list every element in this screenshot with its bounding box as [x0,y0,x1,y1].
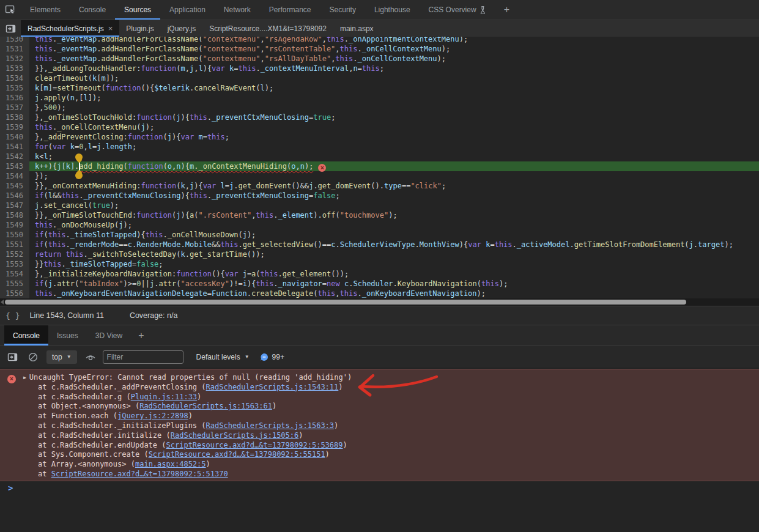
stack-frame-link[interactable]: jQuery.js:2:2898 [117,412,188,420]
line-number[interactable]: 1536 [0,93,29,103]
file-tab-jquery-js[interactable]: jQuery.js [161,20,202,37]
scroll-left-arrow-icon[interactable] [1,300,4,305]
line-number[interactable]: 1538 [0,113,29,122]
code-line: 1542k<l; [0,152,759,161]
code-text: j.set_cancel(true); [29,201,759,210]
file-tab-plugin-js[interactable]: Plugin.js [119,20,160,37]
panel-tab-application[interactable]: Application [160,0,215,20]
line-number[interactable]: 1552 [0,249,29,259]
panel-tab-elements[interactable]: Elements [21,0,70,20]
stack-frame-link[interactable]: Plugin.js:11:33 [131,393,197,401]
console-prompt-chevron[interactable]: > [8,483,13,493]
line-number[interactable]: 1539 [0,122,29,132]
panel-tab-security[interactable]: Security [320,0,365,20]
more-panels-button[interactable]: + [497,0,517,20]
code-line: 1531this._eventMap.addHandlerForClassNam… [0,44,759,54]
panel-tab-sources[interactable]: Sources [115,0,160,20]
drawer-tab-issues[interactable]: Issues [48,325,87,345]
code-text: k++){j[k].add_hiding(function(o,n){m._on… [29,161,759,171]
stack-frame-link[interactable]: main.aspx:4852:5 [135,460,206,468]
stack-frame-link[interactable]: ScriptResource.axd?d…&t=13798092:5:55151 [149,450,325,459]
code-editor[interactable]: 1530this._eventMap.addHandlerForClassNam… [0,37,759,298]
stack-frame-link[interactable]: RadSchedulerScripts.js:1505:6 [171,431,299,440]
drawer-tab-3d-view[interactable]: 3D View [87,325,131,345]
close-tab-icon[interactable]: × [108,24,113,32]
line-number[interactable]: 1534 [0,73,29,83]
code-text: this._eventMap.addHandlerForClassName("c… [29,37,759,44]
file-tab-radschedulerscripts-js[interactable]: RadSchedulerScripts.js× [21,20,119,37]
panel-tab-network[interactable]: Network [215,0,260,20]
selection-handle-top[interactable] [75,153,83,161]
drawer-tab-console[interactable]: Console [4,325,48,345]
file-tab-label: ScriptResource....XM1&t=13798092 [209,24,327,33]
code-text: this._onCellContextMenu(j); [29,122,759,132]
code-line: 1554},_initializeKeyboardNavigation:func… [0,269,759,279]
stack-frame-link[interactable]: RadSchedulerScripts.js:1563:61 [139,402,272,410]
line-number[interactable]: 1545 [0,181,29,191]
line-number[interactable]: 1540 [0,132,29,142]
line-number[interactable]: 1544 [0,171,29,181]
code-line: 1537},500); [0,103,759,113]
code-line: 1544}); [0,171,759,181]
javascript-context-dropdown[interactable]: top ▼ [46,350,77,364]
file-tab-label: Plugin.js [126,24,154,33]
code-text: },_initializeKeyboardNavigation:function… [29,269,759,279]
line-number[interactable]: 1537 [0,103,29,113]
line-number[interactable]: 1531 [0,44,29,54]
line-number[interactable]: 1553 [0,259,29,269]
line-number[interactable]: 1556 [0,289,29,298]
chevron-down-icon: ▼ [245,354,250,360]
console-filter-input[interactable] [103,350,183,364]
line-number[interactable]: 1541 [0,142,29,152]
line-number[interactable]: 1551 [0,240,29,249]
panel-tab-performance[interactable]: Performance [260,0,320,20]
line-number[interactable]: 1554 [0,269,29,279]
line-number[interactable]: 1546 [0,191,29,201]
live-expression-eye-icon[interactable] [85,353,96,361]
panel-tab-lighthouse[interactable]: Lighthouse [365,0,420,20]
line-number[interactable]: 1535 [0,83,29,93]
code-line: 1549this._onDocMouseUp(j); [0,220,759,230]
panel-tab-css-overview[interactable]: CSS Overview [420,0,497,20]
code-line: 1536j.apply(n,[l]); [0,93,759,103]
inspect-element-icon[interactable] [0,0,21,20]
issues-counter[interactable]: 99+ [260,353,284,361]
line-number[interactable]: 1550 [0,230,29,240]
panel-tab-label: Security [330,6,356,14]
line-number[interactable]: 1530 [0,37,29,44]
panel-tab-console[interactable]: Console [70,0,115,20]
editor-horizontal-scrollbar[interactable] [0,298,759,306]
code-line: 1534clearTimeout(k[m]); [0,73,759,83]
file-tab-scriptresource-xm1-t-13798092[interactable]: ScriptResource....XM1&t=13798092 [202,20,333,37]
flask-icon [480,6,487,14]
stack-frame: at c.RadScheduler._initializePlugins (Ra… [0,421,759,431]
code-line: 1546if(l&&this._preventCtxMenuClosing){t… [0,191,759,201]
show-console-sidebar-icon[interactable] [7,353,18,361]
stack-frame-link[interactable]: RadSchedulerScripts.js:1563:3 [206,421,335,430]
stack-frame-link[interactable]: ScriptResource.axd?d…&t=13798092:5:51370 [51,470,228,478]
panel-tab-label: Sources [124,6,151,14]
line-number[interactable]: 1532 [0,54,29,64]
log-levels-dropdown[interactable]: Default levels ▼ [196,353,250,361]
line-number[interactable]: 1548 [0,210,29,220]
line-number[interactable]: 1543 [0,161,29,171]
file-tab-main-aspx[interactable]: main.aspx [333,20,380,37]
scrollbar-thumb[interactable] [5,300,686,305]
line-number[interactable]: 1542 [0,152,29,161]
show-navigator-icon[interactable] [0,20,21,37]
expand-triangle-icon[interactable]: ▶ [23,375,26,380]
line-number[interactable]: 1555 [0,279,29,289]
console-toolbar: top ▼ Default levels ▼ 99+ [0,345,759,368]
stack-frame-link[interactable]: ScriptResource.axd?d…&t=13798092:5:53689 [166,441,343,449]
code-line: 1555if(j.attr("tabIndex")>=0||j.attr("ac… [0,279,759,289]
pretty-print-icon[interactable]: { } [6,311,20,320]
clear-console-icon[interactable] [28,352,38,362]
add-drawer-tab-button[interactable]: + [131,325,151,345]
line-number[interactable]: 1533 [0,64,29,73]
line-number[interactable]: 1549 [0,220,29,230]
code-line: 1532this._eventMap.addHandlerForClassNam… [0,54,759,64]
line-number[interactable]: 1547 [0,201,29,210]
devtools-panel-tab-bar: ElementsConsoleSourcesApplicationNetwork… [0,0,759,20]
panel-tab-label: CSS Overview [429,6,476,14]
stack-frame-link[interactable]: RadSchedulerScripts.js:1543:11 [206,383,339,391]
